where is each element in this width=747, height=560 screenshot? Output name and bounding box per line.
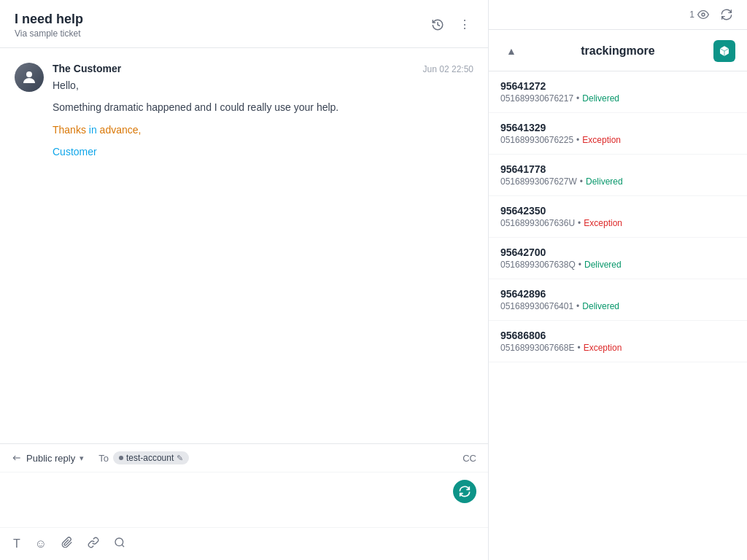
- status-dot: •: [576, 135, 579, 145]
- status-dot: •: [576, 93, 579, 104]
- refresh-icon: [721, 9, 732, 20]
- body-line1: Something dramatic happened and I could …: [53, 99, 473, 115]
- message-header: The Customer Jun 02 22:50: [53, 63, 473, 74]
- svg-line-3: [122, 545, 124, 547]
- edit-icon[interactable]: ✎: [177, 454, 183, 463]
- reply-editor[interactable]: [0, 472, 488, 527]
- status-badge: Exception: [584, 218, 622, 228]
- ticket-title: I need help: [15, 12, 83, 27]
- tracking-number: 95642350: [500, 205, 735, 217]
- message-body: Hello, Something dramatic happened and I…: [53, 77, 473, 160]
- reply-to-area: To test-account ✎: [98, 451, 189, 464]
- tracking-number: 95641329: [500, 122, 735, 133]
- tracking-item[interactable]: 95641329 051689930676225 • Exception: [489, 113, 747, 155]
- svg-point-0: [26, 71, 32, 77]
- tracking-code: 051689930676217: [500, 93, 573, 104]
- emoji-icon: ☺: [35, 537, 47, 550]
- tracking-item[interactable]: 95641272 051689930676217 • Delivered: [489, 71, 747, 113]
- message-block: The Customer Jun 02 22:50 Hello, Somethi…: [15, 63, 473, 160]
- attach-button[interactable]: [60, 535, 74, 553]
- tracking-list: 95641272 051689930676217 • Delivered 956…: [489, 71, 747, 362]
- search-icon: [114, 537, 125, 548]
- right-top-bar: 1: [489, 0, 747, 30]
- tracking-number: 95642700: [500, 246, 735, 258]
- left-panel: I need help Via sample ticket ⋮: [0, 0, 489, 560]
- status-dot: •: [576, 301, 579, 311]
- tracking-sub: 05168993067638Q • Delivered: [500, 260, 735, 270]
- tracking-item[interactable]: 95642700 05168993067638Q • Delivered: [489, 238, 747, 279]
- tracking-number: 95686806: [500, 330, 735, 341]
- ticket-subtitle: Via sample ticket: [15, 28, 83, 39]
- emoji-button[interactable]: ☺: [34, 536, 48, 552]
- status-badge: Delivered: [584, 260, 622, 270]
- tracking-code: 05168993067638Q: [500, 260, 576, 270]
- tracking-item[interactable]: 95686806 05168993067668E • Exception: [489, 321, 747, 362]
- svg-point-4: [702, 13, 705, 16]
- reply-mode-chevron: ▾: [80, 454, 84, 463]
- status-badge: Exception: [584, 343, 622, 353]
- avatar-image: [15, 63, 44, 92]
- tracking-code: 051689930676225: [500, 135, 573, 145]
- status-badge: Delivered: [582, 93, 619, 104]
- sign-text: Customer: [53, 144, 473, 160]
- status-badge: Delivered: [582, 301, 619, 311]
- tracking-sub: 05168993067636U • Exception: [500, 218, 735, 228]
- reply-bar: Public reply ▾ To test-account ✎ CC: [0, 443, 488, 560]
- thanks-advance: advance,: [100, 124, 142, 136]
- tracking-number: 95642896: [500, 288, 735, 300]
- link-button[interactable]: [86, 535, 101, 553]
- tracking-code: 051689930676401: [500, 301, 573, 311]
- sender-name: The Customer: [53, 63, 121, 74]
- tracking-panel: ▲ trackingmore 95641272 051689930676217 …: [489, 30, 747, 560]
- conversation-area: The Customer Jun 02 22:50 Hello, Somethi…: [0, 48, 488, 443]
- eye-icon: [697, 9, 709, 20]
- more-button[interactable]: ⋮: [456, 15, 473, 34]
- status-dot: •: [578, 218, 581, 228]
- view-count: 1: [689, 9, 709, 20]
- tracking-item[interactable]: 95641778 05168993067627W • Delivered: [489, 155, 747, 196]
- message-content: The Customer Jun 02 22:50 Hello, Somethi…: [53, 63, 473, 160]
- to-label: To: [98, 453, 109, 464]
- reply-toolbar: T ☺: [0, 527, 488, 560]
- tracking-sub: 05168993067627W • Delivered: [500, 176, 735, 187]
- reply-arrow-icon: [12, 453, 22, 463]
- box-icon: [719, 45, 730, 57]
- to-value: test-account: [126, 453, 174, 463]
- text-icon: T: [13, 537, 20, 550]
- reply-mode-label: Public reply: [26, 453, 75, 464]
- search-editor-button[interactable]: [112, 535, 127, 553]
- to-tag[interactable]: test-account ✎: [113, 451, 189, 464]
- tracking-sub: 051689930676225 • Exception: [500, 135, 735, 145]
- tracking-code: 05168993067636U: [500, 218, 575, 228]
- svg-point-2: [115, 538, 123, 546]
- text-format-button[interactable]: T: [12, 536, 22, 552]
- thanks-line: Thanks in advance,: [53, 122, 473, 138]
- status-dot: •: [580, 176, 583, 187]
- tracking-list-wrapper[interactable]: 95641272 051689930676217 • Delivered 956…: [489, 71, 747, 560]
- count-number: 1: [689, 9, 694, 20]
- message-time: Jun 02 22:50: [423, 64, 473, 74]
- tracking-sub: 05168993067668E • Exception: [500, 343, 735, 353]
- tracking-icon-box: [713, 40, 735, 62]
- avatar: [15, 63, 44, 92]
- tracking-item[interactable]: 95642896 051689930676401 • Delivered: [489, 279, 747, 321]
- link-icon: [88, 537, 99, 548]
- greeting-text: Hello,: [53, 77, 473, 93]
- collapse-arrow: ▲: [506, 45, 516, 57]
- ticket-header-actions: ⋮: [428, 15, 473, 34]
- tracking-sub: 051689930676217 • Delivered: [500, 93, 735, 104]
- paperclip-icon: [61, 537, 73, 548]
- tracking-number: 95641778: [500, 163, 735, 175]
- tracking-code: 05168993067627W: [500, 176, 577, 187]
- refresh-icon[interactable]: [453, 480, 476, 503]
- reply-mode-selector[interactable]: Public reply ▾: [12, 453, 84, 464]
- refresh-button[interactable]: [718, 6, 735, 23]
- cc-button[interactable]: CC: [462, 453, 476, 464]
- ticket-title-block: I need help Via sample ticket: [15, 12, 83, 39]
- thanks-word: Thanks: [53, 124, 86, 136]
- tracking-item[interactable]: 95642350 05168993067636U • Exception: [489, 196, 747, 238]
- collapse-button[interactable]: ▲: [500, 42, 522, 60]
- thanks-in: in: [86, 124, 100, 136]
- status-badge: Exception: [582, 135, 621, 145]
- history-button[interactable]: [428, 15, 447, 34]
